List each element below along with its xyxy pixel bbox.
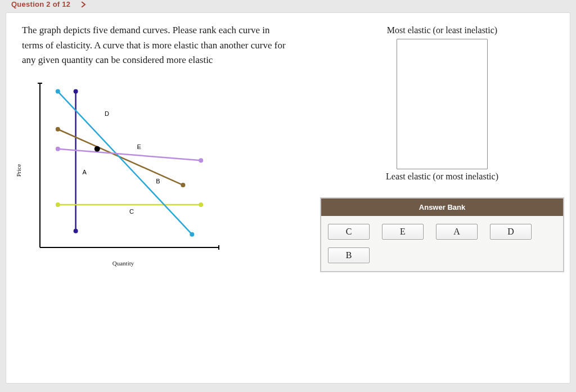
question-card: The graph depicts five demand curves. Pl… bbox=[6, 12, 570, 384]
answer-bank-title: Answer Bank bbox=[321, 199, 563, 216]
svg-point-8 bbox=[56, 127, 60, 132]
svg-point-12 bbox=[199, 202, 203, 207]
svg-point-9 bbox=[181, 183, 185, 187]
svg-point-6 bbox=[74, 89, 78, 94]
svg-line-16 bbox=[58, 149, 201, 160]
rank-top-label: Most elastic (or least inelastic) bbox=[387, 25, 497, 35]
svg-point-5 bbox=[74, 229, 78, 233]
rank-dropzone[interactable] bbox=[397, 39, 488, 169]
rank-bottom-label: Least elastic (or most inelastic) bbox=[386, 172, 498, 182]
answer-bank-body: CEADB bbox=[321, 216, 563, 271]
breadcrumb[interactable]: Question 2 of 12 bbox=[6, 0, 570, 12]
svg-point-17 bbox=[56, 147, 60, 151]
svg-text:E: E bbox=[137, 143, 141, 150]
chart-svg: ABCDE bbox=[22, 78, 224, 263]
left-column: The graph depicts five demand curves. Pl… bbox=[22, 23, 292, 272]
question-prompt: The graph depicts five demand curves. Pl… bbox=[22, 23, 286, 67]
answer-chip-e[interactable]: E bbox=[382, 224, 424, 240]
demand-curves-chart: Price Quantity ABCDE bbox=[22, 78, 224, 263]
svg-text:D: D bbox=[105, 111, 109, 118]
svg-text:C: C bbox=[129, 208, 134, 215]
answer-chip-b[interactable]: B bbox=[328, 247, 370, 263]
svg-text:B: B bbox=[156, 178, 160, 184]
svg-point-19 bbox=[94, 146, 100, 152]
svg-text:A: A bbox=[83, 169, 87, 175]
svg-point-14 bbox=[56, 89, 60, 94]
svg-point-11 bbox=[56, 202, 60, 207]
page: Question 2 of 12 The graph depicts five … bbox=[0, 0, 576, 392]
svg-point-18 bbox=[199, 159, 203, 163]
answer-bank: Answer Bank CEADB bbox=[320, 197, 564, 272]
answer-chip-d[interactable]: D bbox=[490, 224, 532, 240]
answer-chip-c[interactable]: C bbox=[328, 224, 370, 240]
right-column: Most elastic (or least inelastic) Least … bbox=[320, 23, 564, 272]
chevron-right-icon[interactable] bbox=[80, 1, 86, 10]
answer-chip-a[interactable]: A bbox=[436, 224, 478, 240]
svg-point-15 bbox=[190, 232, 194, 237]
breadcrumb-label: Question 2 of 12 bbox=[11, 0, 70, 8]
y-axis-label: Price bbox=[15, 164, 22, 177]
svg-line-13 bbox=[58, 92, 192, 235]
